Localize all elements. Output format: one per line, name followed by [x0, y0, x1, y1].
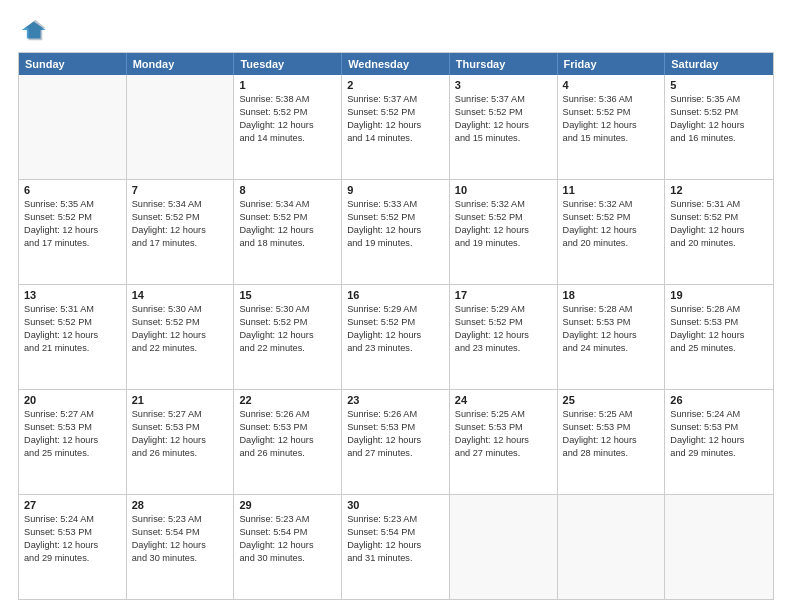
- cell-info-line: and 17 minutes.: [24, 237, 121, 250]
- weekday-header: Saturday: [665, 53, 773, 75]
- cell-info-line: Daylight: 12 hours: [347, 119, 444, 132]
- cell-info-line: Daylight: 12 hours: [239, 224, 336, 237]
- day-number: 22: [239, 394, 336, 406]
- day-number: 2: [347, 79, 444, 91]
- cell-info-line: Sunset: 5:52 PM: [563, 211, 660, 224]
- calendar-cell: 17Sunrise: 5:29 AMSunset: 5:52 PMDayligh…: [450, 285, 558, 389]
- cell-info-line: and 20 minutes.: [563, 237, 660, 250]
- cell-info-line: Sunrise: 5:26 AM: [239, 408, 336, 421]
- cell-info-line: Sunrise: 5:30 AM: [132, 303, 229, 316]
- cell-info-line: Daylight: 12 hours: [347, 224, 444, 237]
- day-number: 1: [239, 79, 336, 91]
- cell-info-line: Sunset: 5:52 PM: [347, 106, 444, 119]
- weekday-header: Sunday: [19, 53, 127, 75]
- logo-icon: [18, 18, 46, 42]
- day-number: 30: [347, 499, 444, 511]
- calendar-cell: 27Sunrise: 5:24 AMSunset: 5:53 PMDayligh…: [19, 495, 127, 599]
- calendar-cell: 4Sunrise: 5:36 AMSunset: 5:52 PMDaylight…: [558, 75, 666, 179]
- cell-info-line: and 28 minutes.: [563, 447, 660, 460]
- calendar-cell: [127, 75, 235, 179]
- cell-info-line: and 14 minutes.: [347, 132, 444, 145]
- page: SundayMondayTuesdayWednesdayThursdayFrid…: [0, 0, 792, 612]
- cell-info-line: Sunset: 5:53 PM: [239, 421, 336, 434]
- calendar-cell: [558, 495, 666, 599]
- cell-info-line: Sunset: 5:52 PM: [24, 211, 121, 224]
- cell-info-line: and 26 minutes.: [239, 447, 336, 460]
- cell-info-line: Sunset: 5:52 PM: [455, 316, 552, 329]
- day-number: 21: [132, 394, 229, 406]
- day-number: 19: [670, 289, 768, 301]
- cell-info-line: Sunset: 5:52 PM: [239, 316, 336, 329]
- cell-info-line: Sunrise: 5:27 AM: [24, 408, 121, 421]
- cell-info-line: Sunrise: 5:29 AM: [347, 303, 444, 316]
- calendar-cell: 13Sunrise: 5:31 AMSunset: 5:52 PMDayligh…: [19, 285, 127, 389]
- day-number: 17: [455, 289, 552, 301]
- header: [18, 18, 774, 42]
- day-number: 24: [455, 394, 552, 406]
- day-number: 7: [132, 184, 229, 196]
- cell-info-line: Sunset: 5:52 PM: [132, 211, 229, 224]
- cell-info-line: Sunset: 5:52 PM: [24, 316, 121, 329]
- cell-info-line: Daylight: 12 hours: [347, 329, 444, 342]
- cell-info-line: Daylight: 12 hours: [670, 434, 768, 447]
- cell-info-line: Sunrise: 5:31 AM: [670, 198, 768, 211]
- calendar-cell: [450, 495, 558, 599]
- cell-info-line: Daylight: 12 hours: [563, 119, 660, 132]
- day-number: 13: [24, 289, 121, 301]
- cell-info-line: and 22 minutes.: [132, 342, 229, 355]
- cell-info-line: Sunset: 5:52 PM: [455, 211, 552, 224]
- cell-info-line: Sunset: 5:53 PM: [455, 421, 552, 434]
- day-number: 28: [132, 499, 229, 511]
- calendar-cell: 28Sunrise: 5:23 AMSunset: 5:54 PMDayligh…: [127, 495, 235, 599]
- cell-info-line: Sunrise: 5:30 AM: [239, 303, 336, 316]
- weekday-header: Friday: [558, 53, 666, 75]
- cell-info-line: Daylight: 12 hours: [132, 329, 229, 342]
- day-number: 18: [563, 289, 660, 301]
- cell-info-line: Sunset: 5:52 PM: [239, 106, 336, 119]
- cell-info-line: Sunset: 5:53 PM: [132, 421, 229, 434]
- calendar-cell: 22Sunrise: 5:26 AMSunset: 5:53 PMDayligh…: [234, 390, 342, 494]
- calendar-row: 6Sunrise: 5:35 AMSunset: 5:52 PMDaylight…: [19, 179, 773, 284]
- cell-info-line: and 15 minutes.: [455, 132, 552, 145]
- cell-info-line: Sunrise: 5:27 AM: [132, 408, 229, 421]
- cell-info-line: Sunset: 5:53 PM: [670, 316, 768, 329]
- day-number: 8: [239, 184, 336, 196]
- cell-info-line: Daylight: 12 hours: [24, 434, 121, 447]
- cell-info-line: Sunrise: 5:35 AM: [670, 93, 768, 106]
- calendar-cell: 16Sunrise: 5:29 AMSunset: 5:52 PMDayligh…: [342, 285, 450, 389]
- calendar-cell: 11Sunrise: 5:32 AMSunset: 5:52 PMDayligh…: [558, 180, 666, 284]
- cell-info-line: and 29 minutes.: [24, 552, 121, 565]
- cell-info-line: Sunrise: 5:25 AM: [563, 408, 660, 421]
- cell-info-line: and 17 minutes.: [132, 237, 229, 250]
- cell-info-line: Sunrise: 5:38 AM: [239, 93, 336, 106]
- cell-info-line: Sunset: 5:53 PM: [563, 316, 660, 329]
- cell-info-line: and 25 minutes.: [670, 342, 768, 355]
- cell-info-line: Sunrise: 5:28 AM: [670, 303, 768, 316]
- cell-info-line: Sunset: 5:52 PM: [132, 316, 229, 329]
- calendar-cell: 18Sunrise: 5:28 AMSunset: 5:53 PMDayligh…: [558, 285, 666, 389]
- calendar-row: 27Sunrise: 5:24 AMSunset: 5:53 PMDayligh…: [19, 494, 773, 599]
- cell-info-line: Daylight: 12 hours: [239, 119, 336, 132]
- cell-info-line: Sunset: 5:54 PM: [347, 526, 444, 539]
- cell-info-line: and 31 minutes.: [347, 552, 444, 565]
- cell-info-line: and 24 minutes.: [563, 342, 660, 355]
- calendar-header: SundayMondayTuesdayWednesdayThursdayFrid…: [19, 53, 773, 75]
- calendar-cell: 15Sunrise: 5:30 AMSunset: 5:52 PMDayligh…: [234, 285, 342, 389]
- weekday-header: Wednesday: [342, 53, 450, 75]
- calendar-cell: 8Sunrise: 5:34 AMSunset: 5:52 PMDaylight…: [234, 180, 342, 284]
- cell-info-line: Sunrise: 5:37 AM: [347, 93, 444, 106]
- day-number: 14: [132, 289, 229, 301]
- cell-info-line: Sunrise: 5:32 AM: [455, 198, 552, 211]
- day-number: 4: [563, 79, 660, 91]
- cell-info-line: Sunset: 5:52 PM: [239, 211, 336, 224]
- cell-info-line: Daylight: 12 hours: [455, 329, 552, 342]
- cell-info-line: Sunset: 5:52 PM: [347, 316, 444, 329]
- cell-info-line: Daylight: 12 hours: [455, 434, 552, 447]
- calendar-cell: 23Sunrise: 5:26 AMSunset: 5:53 PMDayligh…: [342, 390, 450, 494]
- day-number: 3: [455, 79, 552, 91]
- day-number: 25: [563, 394, 660, 406]
- cell-info-line: Sunrise: 5:37 AM: [455, 93, 552, 106]
- cell-info-line: Sunrise: 5:29 AM: [455, 303, 552, 316]
- calendar-cell: 9Sunrise: 5:33 AMSunset: 5:52 PMDaylight…: [342, 180, 450, 284]
- cell-info-line: Sunrise: 5:33 AM: [347, 198, 444, 211]
